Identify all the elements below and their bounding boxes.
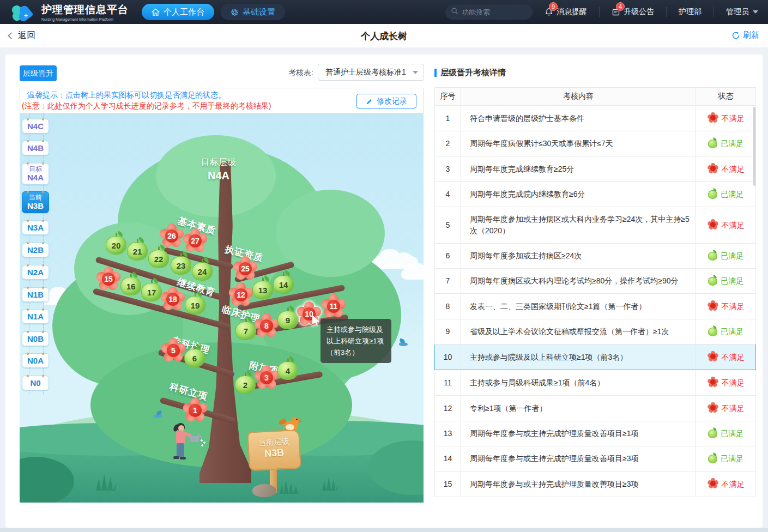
refresh-button[interactable]: 刷新 xyxy=(731,30,759,40)
department-label: 护理部 xyxy=(679,7,702,17)
gear-icon xyxy=(231,8,239,16)
fruit-15-unsatisfied[interactable]: 15 xyxy=(96,267,120,291)
divider xyxy=(599,7,600,17)
status-label: 已满足 xyxy=(721,327,743,336)
table-row-8[interactable]: 8发表一、二、三类国家级期刊论文≥1篇（第一作者）不满足 xyxy=(435,294,756,319)
row-status: 已满足 xyxy=(696,269,756,294)
fruit-11-unsatisfied[interactable]: 11 xyxy=(322,294,346,318)
level-badge-n4c[interactable]: N4C xyxy=(22,119,49,134)
level-badge-n4a[interactable]: 目标N4A xyxy=(22,163,49,185)
nav-item-personal-workbench[interactable]: 个人工作台 xyxy=(142,4,214,20)
app-subtitle: Nursing Management Information Platform xyxy=(41,17,129,21)
table-row-14[interactable]: 14周期每年度参与或主持完成护理质量改善项目≥3项已满足 xyxy=(435,446,756,471)
fruit-10-unsatisfied[interactable]: 10 xyxy=(297,302,321,326)
fruit-20-satisfied[interactable]: 20 xyxy=(106,236,126,255)
row-number: 12 xyxy=(435,396,461,421)
table-row-4[interactable]: 4周期每年度完成院内继续教育≥6分已满足 xyxy=(435,182,756,207)
row-number: 13 xyxy=(435,421,461,446)
search-box[interactable] xyxy=(445,5,533,20)
table-row-13[interactable]: 13周期每年度参与或主持完成护理质量改善项目≥1项已满足 xyxy=(435,421,756,446)
fruit-19-satisfied[interactable]: 19 xyxy=(185,296,205,315)
fruit-16-satisfied[interactable]: 16 xyxy=(120,277,141,295)
table-row-9[interactable]: 9省级及以上学术会议论文征稿或壁报交流（第一作者）≥1次已满足 xyxy=(435,319,756,344)
department-button[interactable]: 护理部 xyxy=(679,7,702,17)
fruit-1-unsatisfied[interactable]: 1 xyxy=(183,398,207,422)
row-content: 主持或参与院级及以上科研立项≥1项（前3名） xyxy=(461,344,696,370)
row-content: 周期每年度参加或主持病区或大科内业务学习≥24次，其中主持≥5次（2020） xyxy=(461,207,696,244)
table-row-11[interactable]: 11主持或参与局级科研成果≥1项（前4名）不满足 xyxy=(435,370,756,396)
assessment-table-label: 考核表: xyxy=(256,68,313,78)
fruit-9-satisfied[interactable]: 9 xyxy=(277,311,298,329)
apple-icon xyxy=(708,277,717,286)
search-input[interactable] xyxy=(462,8,522,16)
table-row-12[interactable]: 12专利≥1项（第一作者）不满足 xyxy=(435,396,756,421)
fruit-27-unsatisfied[interactable]: 27 xyxy=(183,229,207,253)
row-status: 不满足 xyxy=(696,207,756,244)
row-status: 不满足 xyxy=(696,396,756,421)
row-number: 6 xyxy=(435,244,461,269)
row-status: 不满足 xyxy=(696,156,756,182)
current-level-value: N3B xyxy=(249,446,300,461)
row-number: 15 xyxy=(435,471,461,497)
row-number: 1 xyxy=(435,106,461,131)
fruit-4-satisfied[interactable]: 4 xyxy=(277,361,298,380)
fruit-22-satisfied[interactable]: 22 xyxy=(148,250,169,268)
bird-icon xyxy=(154,412,166,419)
fruit-5-unsatisfied[interactable]: 5 xyxy=(161,338,185,362)
table-row-2[interactable]: 2周期每年度病假累计≤30天或事假累计≤7天已满足 xyxy=(435,131,756,156)
fruit-13-satisfied[interactable]: 13 xyxy=(252,281,273,299)
fruit-24-satisfied[interactable]: 24 xyxy=(192,262,213,281)
level-badge-n1a[interactable]: N1A xyxy=(22,309,49,324)
table-row-6[interactable]: 6周期每年度参加或主持病区≥24次已满足 xyxy=(435,244,756,269)
status-label: 已满足 xyxy=(721,251,743,260)
fruit-14-satisfied[interactable]: 14 xyxy=(273,275,294,294)
fruit-25-unsatisfied[interactable]: 25 xyxy=(233,257,257,281)
edit-record-button[interactable]: 修改记录 xyxy=(356,94,416,108)
level-badge-n2a[interactable]: N2A xyxy=(22,265,49,280)
table-row-15[interactable]: 15周期每年度参与或主持完成护理质量改善项目≥3项不满足 xyxy=(435,471,756,497)
fruit-18-unsatisfied[interactable]: 18 xyxy=(161,287,185,311)
row-number: 11 xyxy=(435,370,461,396)
fruit-7-satisfied[interactable]: 7 xyxy=(235,322,256,340)
level-badge-n4b[interactable]: N4B xyxy=(22,141,49,155)
level-badge-n0b[interactable]: N0B xyxy=(22,331,49,346)
table-row-3[interactable]: 3周期每年度完成继续教育≥25分不满足 xyxy=(435,156,756,182)
fruit-23-satisfied[interactable]: 23 xyxy=(171,256,191,275)
column-header-no: 序号 xyxy=(435,88,461,106)
level-badge-n3a[interactable]: N3A xyxy=(22,220,49,235)
row-content: 周期每年度病区或大科内理论考试均≥80分，操作考试均≥90分 xyxy=(461,269,696,294)
table-row-5[interactable]: 5周期每年度参加或主持病区或大科内业务学习≥24次，其中主持≥5次（2020）不… xyxy=(435,207,756,244)
row-number: 14 xyxy=(435,446,461,471)
level-badge-n3b[interactable]: 当前N3B xyxy=(22,191,49,213)
level-badge-n0[interactable]: N0 xyxy=(22,376,49,390)
watering-person xyxy=(168,423,204,473)
level-badge-n2b[interactable]: N2B xyxy=(22,243,49,257)
table-row-1[interactable]: 1符合申请晋级的层级护士基本条件不满足 xyxy=(435,106,756,131)
assessment-table-select[interactable]: 普通护士层级考核标准1 xyxy=(318,64,424,81)
fruit-6-satisfied[interactable]: 6 xyxy=(184,349,205,367)
nav-item-basic-settings[interactable]: 基础设置 xyxy=(221,4,285,20)
table-scrollbar[interactable] xyxy=(753,107,755,186)
row-content: 主持或参与局级科研成果≥1项（前4名） xyxy=(461,370,696,396)
grass-tuft xyxy=(280,480,298,494)
table-row-10[interactable]: 10主持或参与院级及以上科研立项≥1项（前3名）不满足 xyxy=(435,344,756,370)
status-label: 不满足 xyxy=(722,353,745,361)
row-content: 周期每年度参与或主持完成护理质量改善项目≥3项 xyxy=(461,471,696,497)
level-badge-n1b[interactable]: N1B xyxy=(22,287,49,302)
fruit-21-satisfied[interactable]: 21 xyxy=(127,242,148,261)
nav-item-label: 基础设置 xyxy=(243,7,275,17)
fruit-12-unsatisfied[interactable]: 12 xyxy=(229,283,253,307)
messages-button[interactable]: 9 消息提醒 xyxy=(545,7,587,17)
section-title: 层级晋升考核详情 xyxy=(440,68,506,78)
fruit-3-unsatisfied[interactable]: 3 xyxy=(255,366,279,390)
fruit-26-unsatisfied[interactable]: 26 xyxy=(160,224,184,248)
fruit-2-satisfied[interactable]: 2 xyxy=(235,376,256,394)
tab-level-promotion[interactable]: 层级晋升 xyxy=(20,65,57,81)
level-badge-n0a[interactable]: N0A xyxy=(22,353,49,368)
apple-icon xyxy=(708,190,717,199)
user-menu[interactable]: 管理员 xyxy=(726,7,758,17)
announcements-button[interactable]: 4 升级公告 xyxy=(612,7,654,17)
table-row-7[interactable]: 7周期每年度病区或大科内理论考试均≥80分，操作考试均≥90分已满足 xyxy=(435,269,756,294)
fruit-8-unsatisfied[interactable]: 8 xyxy=(255,314,279,338)
fruit-17-satisfied[interactable]: 17 xyxy=(141,283,162,301)
